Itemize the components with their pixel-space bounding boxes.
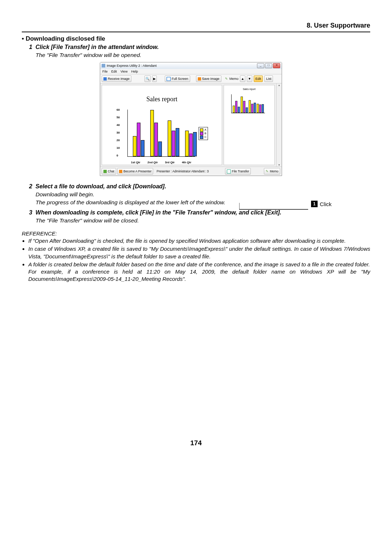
y-tick: 30 (117, 131, 120, 134)
legend-label: B (204, 132, 206, 135)
x-label: 4th Qtr (182, 161, 191, 164)
presenter-info: Presenter : Administrator Attendant : 3 (154, 169, 211, 173)
fullscreen-button[interactable]: Full Screen (165, 75, 190, 82)
minimize-button[interactable]: _ (257, 63, 264, 68)
main-pane: Sales report 60 50 40 30 20 10 0 (102, 85, 222, 165)
file-transfer-icon (227, 169, 231, 173)
reference-item: In case of Windows XP, a created file is… (28, 245, 370, 260)
maximize-button[interactable]: □ (265, 63, 272, 68)
main-toolbar: Receive Image 🔍 ▶ Full Screen (100, 74, 224, 83)
memo-button[interactable]: ✎ Memo (264, 168, 280, 175)
edit-button[interactable]: Edit (254, 75, 263, 82)
arrow-down-button[interactable]: ▼ (247, 75, 252, 82)
section-heading: • Downloading disclosed file (22, 35, 370, 42)
legend-swatch-b (200, 132, 203, 135)
callout-label: Click (320, 201, 332, 207)
y-axis: 60 50 40 30 20 10 0 (117, 110, 125, 157)
play-button[interactable]: ▶ (152, 75, 157, 82)
screenshot: Image Express Utility 2 : Attendant _ □ … (100, 62, 292, 176)
page-number: 174 (22, 439, 370, 447)
menu-view[interactable]: View (121, 70, 127, 73)
file-transfer-button[interactable]: File Transfer (225, 168, 251, 175)
y-tick: 40 (117, 123, 120, 127)
step-2-num: 2 (29, 183, 32, 189)
save-image-label: Save Image (202, 77, 220, 81)
side-pane: Sales report (224, 85, 275, 165)
file-transfer-label: File Transfer (232, 169, 249, 173)
plot-area (127, 110, 195, 157)
x-label: 2nd Qtr (147, 161, 158, 164)
x-label: 1st Qtr (131, 161, 140, 164)
thumbnail[interactable]: Sales report (226, 88, 272, 116)
chat-icon (103, 170, 107, 173)
arrow-up-button[interactable]: ▲ (240, 75, 245, 82)
menu-edit[interactable]: Edit (111, 70, 117, 73)
app-window: Image Express Utility 2 : Attendant _ □ … (100, 62, 282, 176)
x-axis-labels: 1st Qtr 2nd Qtr 3rd Qtr 4th Qtr (127, 161, 195, 164)
status-bar-left: Chat Become A Presenter Presenter : Admi… (100, 167, 224, 176)
receive-image-label: Receive Image (108, 77, 130, 81)
memo-label: Memo (229, 77, 238, 81)
receive-image-icon (103, 77, 107, 81)
legend-swatch-a (200, 128, 203, 132)
step-1-num: 1 (29, 44, 32, 50)
memo-pencil-icon: ✎ (225, 77, 228, 81)
fullscreen-icon (167, 77, 171, 81)
step-2-text: Select a file to download, and click [Do… (36, 183, 166, 189)
app-icon (102, 64, 105, 67)
bar-chart: 60 50 40 30 20 10 0 1st Qtr (117, 110, 207, 164)
side-toolbar: ✎ Memo ▲ ▼ Edit List (224, 74, 282, 83)
step-1-text: Click [File Transfer] in the attendant w… (36, 44, 159, 50)
legend-label: A (204, 128, 206, 132)
y-tick: 20 (117, 139, 120, 142)
scroll-up-icon: ▴ (278, 83, 280, 87)
step-2-desc1: Downloading will begin. (36, 191, 370, 198)
save-image-button[interactable]: Save Image (196, 75, 221, 82)
reference-item: If "Open After Downloading" is checked, … (28, 237, 370, 245)
callout-badge: 1 (311, 201, 318, 207)
x-label: 3rd Qtr (165, 161, 175, 164)
status-bar-right: File Transfer ✎ Memo (224, 167, 282, 176)
become-presenter-label: Become A Presenter (123, 169, 152, 173)
header-rule (22, 32, 370, 32)
receive-image-button[interactable]: Receive Image (102, 75, 131, 82)
legend-swatch-c (200, 136, 203, 139)
chart-legend: A B C (199, 127, 208, 140)
scrollbar[interactable]: ▴ ▾ (276, 83, 282, 167)
reference-list: If "Open After Downloading" is checked, … (22, 237, 370, 283)
chart-title: Sales report (146, 95, 177, 103)
thumbnail-chart (231, 94, 265, 113)
callout: 1 Click (239, 202, 320, 210)
chapter-title: 8. User Supportware (22, 22, 370, 29)
y-tick: 10 (117, 146, 120, 149)
y-tick: 50 (117, 116, 120, 119)
save-image-icon (198, 77, 201, 81)
step-3-desc: The "File Transfer" window will be close… (36, 217, 370, 224)
step-2: 2 Select a file to download, and click [… (29, 183, 166, 189)
reference-item: A folder is created below the default fo… (28, 261, 370, 283)
menubar: File Edit View Help (100, 69, 282, 74)
window-title: Image Express Utility 2 : Attendant (107, 64, 157, 67)
y-tick: 0 (117, 154, 118, 157)
titlebar: Image Express Utility 2 : Attendant _ □ … (100, 62, 282, 69)
fullscreen-label: Full Screen (172, 77, 188, 81)
zoom-button[interactable]: 🔍 (144, 75, 151, 82)
presenter-icon (119, 170, 122, 173)
thumb-title: Sales report (226, 88, 272, 90)
scroll-down-icon: ▾ (278, 163, 280, 167)
become-presenter-button[interactable]: Become A Presenter (117, 168, 154, 175)
step-1: 1 Click [File Transfer] in the attendant… (29, 44, 159, 50)
close-button[interactable]: ✕ (273, 63, 280, 68)
menu-file[interactable]: File (102, 70, 108, 73)
chat-label: Chat (108, 169, 114, 173)
legend-label: C (204, 135, 207, 139)
memo-icon: ✎ (266, 169, 269, 173)
menu-help[interactable]: Help (131, 70, 138, 73)
step-3-num: 3 (29, 209, 32, 216)
list-button[interactable]: List (264, 75, 273, 82)
y-tick: 60 (117, 108, 120, 111)
step-1-desc: The "File Transfer" window will be opene… (36, 52, 370, 58)
chat-button[interactable]: Chat (102, 168, 116, 175)
reference-heading: REFERENCE: (22, 230, 370, 237)
memo-button-label: Memo (270, 169, 278, 173)
